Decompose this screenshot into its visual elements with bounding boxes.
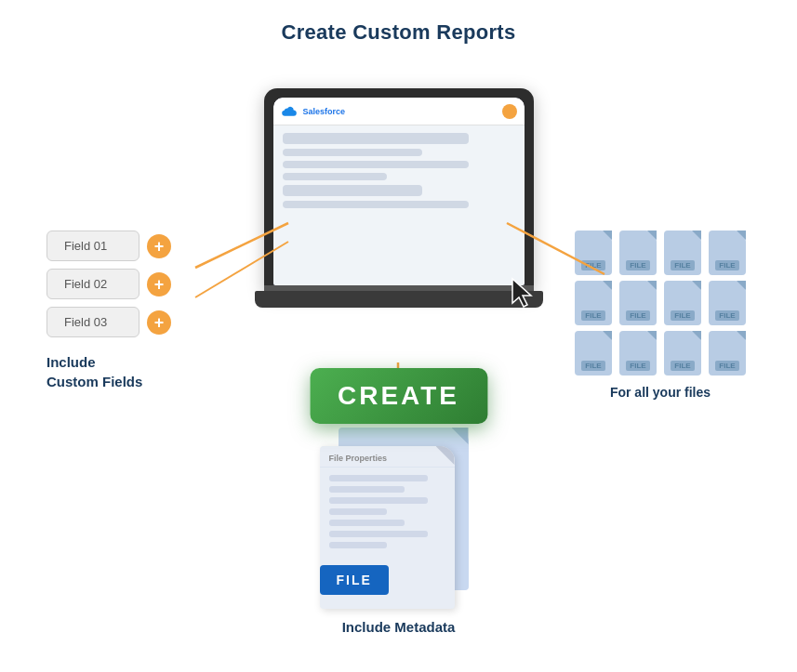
fp-line-5 <box>329 520 405 526</box>
laptop-screen-bezel: Salesforce <box>273 98 525 285</box>
file-icon-4: FILE <box>709 231 746 275</box>
custom-fields-section: Field 01 + Field 02 + Field 03 + Include… <box>46 231 171 391</box>
files-row-3: FILE FILE FILE FILE <box>575 331 746 376</box>
file-icon-6: FILE <box>619 281 657 325</box>
file-big-tag: FILE <box>320 565 389 595</box>
file-icon-1: FILE <box>575 231 612 275</box>
file-props-lines <box>320 468 455 556</box>
laptop-illustration: Salesforce <box>255 79 543 367</box>
files-row-1: FILE FILE FILE FILE <box>575 231 746 275</box>
fp-line-1 <box>329 475 428 481</box>
field-label-1: Field 01 <box>46 231 139 261</box>
cursor-icon <box>511 277 537 309</box>
file-icon-2: FILE <box>619 231 657 275</box>
file-icon-10: FILE <box>619 331 657 376</box>
field-pill-1: Field 01 + <box>46 231 171 261</box>
file-properties-header: File Properties <box>320 446 455 468</box>
files-section: FILE FILE FILE FILE FILE FILE FILE FILE … <box>575 231 746 400</box>
fp-line-6 <box>329 531 428 537</box>
files-row-2: FILE FILE FILE FILE <box>575 281 746 325</box>
laptop-screen-content: Salesforce <box>273 98 525 285</box>
salesforce-cloud-icon <box>281 106 298 117</box>
fp-line-4 <box>329 508 388 515</box>
laptop-body: Salesforce <box>264 88 534 293</box>
add-field-2-button[interactable]: + <box>147 272 171 296</box>
add-field-3-button[interactable]: + <box>147 310 171 335</box>
field-label-2: Field 02 <box>46 269 139 299</box>
metadata-section: File Properties FILE Include Metadata <box>320 428 478 635</box>
file-properties-card: File Properties FILE <box>320 428 478 613</box>
file-icon-5: FILE <box>575 281 612 325</box>
page-title: Create Custom Reports <box>0 0 797 45</box>
create-button[interactable]: CREATE <box>310 368 487 424</box>
file-icon-8: FILE <box>709 281 746 325</box>
files-description: For all your files <box>575 385 746 400</box>
screen-line-1 <box>283 133 469 144</box>
fp-line-7 <box>329 542 388 548</box>
add-field-1-button[interactable]: + <box>147 234 171 258</box>
screen-line-5 <box>283 185 422 196</box>
screen-line-6 <box>283 201 469 208</box>
include-custom-fields-label: Include Custom Fields <box>46 352 171 391</box>
screen-topbar: Salesforce <box>273 98 525 125</box>
file-icon-12: FILE <box>709 331 746 376</box>
fp-line-3 <box>329 497 428 504</box>
file-icon-3: FILE <box>664 231 701 275</box>
screen-line-2 <box>283 149 422 156</box>
field-pill-2: Field 02 + <box>46 269 171 299</box>
screen-content-lines <box>273 125 525 216</box>
file-icon-11: FILE <box>664 331 701 376</box>
field-label-3: Field 03 <box>46 307 139 337</box>
user-avatar <box>502 104 517 119</box>
screen-line-3 <box>283 161 469 168</box>
salesforce-label: Salesforce <box>303 107 346 116</box>
screen-line-4 <box>283 173 388 180</box>
file-icon-7: FILE <box>664 281 701 325</box>
field-pill-3: Field 03 + <box>46 307 171 337</box>
laptop-base <box>255 291 543 308</box>
fp-line-2 <box>329 486 405 493</box>
include-metadata-label: Include Metadata <box>342 619 456 635</box>
svg-marker-4 <box>512 279 531 307</box>
file-icon-9: FILE <box>575 331 612 376</box>
